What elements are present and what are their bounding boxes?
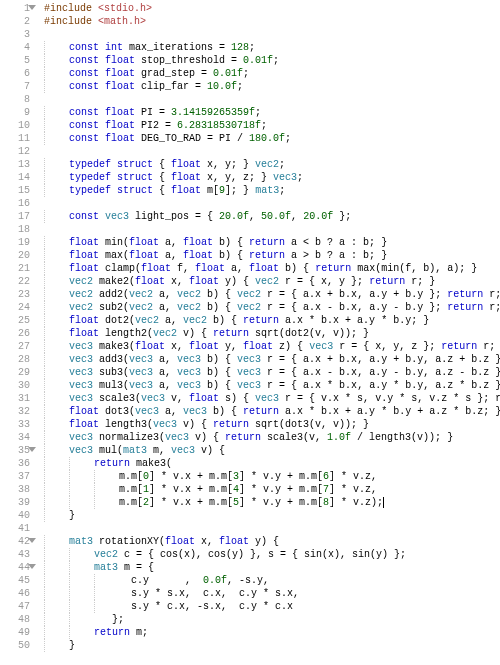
line-number[interactable]: 33 — [0, 418, 30, 431]
code-line[interactable]: const float stop_threshold = 0.01f; — [44, 54, 500, 67]
line-number[interactable]: 41 — [0, 522, 30, 535]
code-line[interactable]: c.y , 0.0f, -s.y, — [44, 574, 500, 587]
code-area[interactable]: #include <stdio.h>#include <math.h>const… — [36, 0, 500, 665]
code-line[interactable]: float length3(vec3 v) { return sqrt(dot3… — [44, 418, 500, 431]
code-line[interactable]: vec3 mul(mat3 m, vec3 v) { — [44, 444, 500, 457]
line-number[interactable]: 46 — [0, 587, 30, 600]
code-line[interactable]: float max(float a, float b) { return a >… — [44, 249, 500, 262]
line-number[interactable]: 31 — [0, 392, 30, 405]
line-number[interactable]: 43 — [0, 548, 30, 561]
line-number[interactable]: 49 — [0, 626, 30, 639]
line-number[interactable]: 34 — [0, 431, 30, 444]
code-line[interactable]: const int max_iterations = 128; — [44, 41, 500, 54]
line-number[interactable]: 23 — [0, 288, 30, 301]
line-number[interactable]: 38 — [0, 483, 30, 496]
line-number[interactable]: 28 — [0, 353, 30, 366]
code-line[interactable]: vec3 normalize3(vec3 v) { return scale3(… — [44, 431, 500, 444]
code-line[interactable]: float dot2(vec2 a, vec2 b) { return a.x … — [44, 314, 500, 327]
line-number[interactable]: 35 — [0, 444, 30, 457]
line-number[interactable]: 32 — [0, 405, 30, 418]
line-number[interactable]: 19 — [0, 236, 30, 249]
code-line[interactable] — [44, 28, 500, 41]
code-line[interactable]: m.m[2] * v.x + m.m[5] * v.y + m.m[8] * v… — [44, 496, 500, 509]
code-line[interactable]: vec3 add3(vec3 a, vec3 b) { vec3 r = { a… — [44, 353, 500, 366]
line-number[interactable]: 25 — [0, 314, 30, 327]
code-line[interactable]: return make3( — [44, 457, 500, 470]
line-number[interactable]: 42 — [0, 535, 30, 548]
code-line[interactable]: } — [44, 509, 500, 522]
line-number[interactable]: 13 — [0, 158, 30, 171]
code-line[interactable]: float length2(vec2 v) { return sqrt(dot2… — [44, 327, 500, 340]
code-line[interactable]: float clamp(float f, float a, float b) {… — [44, 262, 500, 275]
code-line[interactable]: vec3 scale3(vec3 v, float s) { vec3 r = … — [44, 392, 500, 405]
line-number[interactable]: 40 — [0, 509, 30, 522]
code-line[interactable]: float min(float a, float b) { return a <… — [44, 236, 500, 249]
line-number[interactable]: 24 — [0, 301, 30, 314]
line-number[interactable]: 22 — [0, 275, 30, 288]
line-number[interactable]: 9 — [0, 106, 30, 119]
code-line[interactable] — [44, 223, 500, 236]
code-line[interactable]: s.y * s.x, c.x, c.y * s.x, — [44, 587, 500, 600]
code-line[interactable]: const float PI2 = 6.28318530718f; — [44, 119, 500, 132]
line-number[interactable]: 11 — [0, 132, 30, 145]
code-line[interactable]: }; — [44, 613, 500, 626]
line-number-gutter[interactable]: 1234567891011121314151617181920212223242… — [0, 0, 36, 665]
line-number[interactable]: 17 — [0, 210, 30, 223]
code-line[interactable]: typedef struct { float m[9]; } mat3; — [44, 184, 500, 197]
code-line[interactable]: const float DEG_TO_RAD = PI / 180.0f; — [44, 132, 500, 145]
line-number[interactable]: 21 — [0, 262, 30, 275]
code-line[interactable]: const float grad_step = 0.01f; — [44, 67, 500, 80]
line-number[interactable]: 1 — [0, 2, 30, 15]
line-number[interactable]: 47 — [0, 600, 30, 613]
code-line[interactable]: vec2 make2(float x, float y) { vec2 r = … — [44, 275, 500, 288]
line-number[interactable]: 36 — [0, 457, 30, 470]
code-line[interactable]: vec2 sub2(vec2 a, vec2 b) { vec2 r = { a… — [44, 301, 500, 314]
line-number[interactable]: 12 — [0, 145, 30, 158]
line-number[interactable]: 3 — [0, 28, 30, 41]
code-line[interactable] — [44, 522, 500, 535]
line-number[interactable]: 6 — [0, 67, 30, 80]
line-number[interactable]: 7 — [0, 80, 30, 93]
code-line[interactable]: vec3 sub3(vec3 a, vec3 b) { vec3 r = { a… — [44, 366, 500, 379]
line-number[interactable]: 39 — [0, 496, 30, 509]
line-number[interactable]: 50 — [0, 639, 30, 652]
code-line[interactable]: float dot3(vec3 a, vec3 b) { return a.x … — [44, 405, 500, 418]
code-line[interactable]: typedef struct { float x, y, z; } vec3; — [44, 171, 500, 184]
line-number[interactable]: 4 — [0, 41, 30, 54]
code-line[interactable] — [44, 197, 500, 210]
code-line[interactable]: vec2 add2(vec2 a, vec2 b) { vec2 r = { a… — [44, 288, 500, 301]
line-number[interactable]: 18 — [0, 223, 30, 236]
code-line[interactable]: #include <stdio.h> — [44, 2, 500, 15]
line-number[interactable]: 2 — [0, 15, 30, 28]
code-line[interactable] — [44, 145, 500, 158]
code-line[interactable]: vec3 mul3(vec3 a, vec3 b) { vec3 r = { a… — [44, 379, 500, 392]
code-line[interactable]: mat3 m = { — [44, 561, 500, 574]
code-line[interactable]: const float PI = 3.14159265359f; — [44, 106, 500, 119]
line-number[interactable]: 37 — [0, 470, 30, 483]
code-line[interactable]: const float clip_far = 10.0f; — [44, 80, 500, 93]
code-line[interactable]: typedef struct { float x, y; } vec2; — [44, 158, 500, 171]
code-line[interactable]: m.m[0] * v.x + m.m[3] * v.y + m.m[6] * v… — [44, 470, 500, 483]
code-line[interactable] — [44, 93, 500, 106]
line-number[interactable]: 45 — [0, 574, 30, 587]
code-editor[interactable]: 1234567891011121314151617181920212223242… — [0, 0, 500, 665]
line-number[interactable]: 20 — [0, 249, 30, 262]
line-number[interactable]: 8 — [0, 93, 30, 106]
code-line[interactable]: return m; — [44, 626, 500, 639]
code-line[interactable]: s.y * c.x, -s.x, c.y * c.x — [44, 600, 500, 613]
line-number[interactable]: 14 — [0, 171, 30, 184]
line-number[interactable]: 44 — [0, 561, 30, 574]
line-number[interactable]: 26 — [0, 327, 30, 340]
line-number[interactable]: 5 — [0, 54, 30, 67]
line-number[interactable]: 27 — [0, 340, 30, 353]
code-line[interactable]: vec3 make3(float x, float y, float z) { … — [44, 340, 500, 353]
line-number[interactable]: 15 — [0, 184, 30, 197]
line-number[interactable]: 10 — [0, 119, 30, 132]
code-line[interactable]: m.m[1] * v.x + m.m[4] * v.y + m.m[7] * v… — [44, 483, 500, 496]
code-line[interactable]: vec2 c = { cos(x), cos(y) }, s = { sin(x… — [44, 548, 500, 561]
code-line[interactable]: } — [44, 639, 500, 652]
code-line[interactable]: mat3 rotationXY(float x, float y) { — [44, 535, 500, 548]
line-number[interactable]: 48 — [0, 613, 30, 626]
line-number[interactable]: 16 — [0, 197, 30, 210]
line-number[interactable]: 30 — [0, 379, 30, 392]
